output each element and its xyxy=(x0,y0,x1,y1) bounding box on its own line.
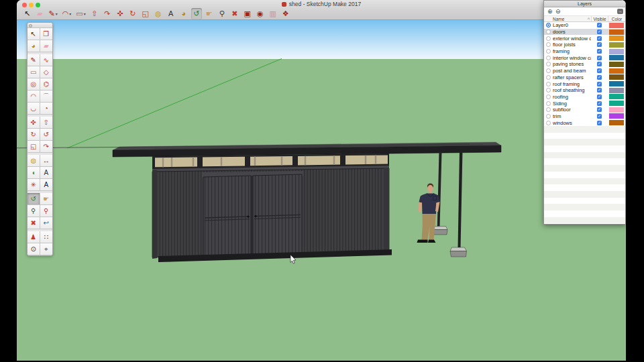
look-around-tool[interactable]: ⊙ xyxy=(28,243,40,255)
pan-button[interactable]: ☛ xyxy=(204,8,215,19)
arc-dropdown-caret-icon[interactable]: ▾ xyxy=(69,11,71,16)
layer-visible-checkbox[interactable]: ✓ xyxy=(597,101,602,106)
layer-color-swatch[interactable] xyxy=(609,23,624,28)
column-header-visible[interactable]: Visible xyxy=(591,16,608,21)
section-plane-tool[interactable]: ⌖ xyxy=(40,243,53,255)
text-button[interactable]: A xyxy=(166,8,176,19)
layer-row[interactable]: roofing✓ xyxy=(544,94,625,101)
layer-active-radio[interactable] xyxy=(546,82,551,86)
3d-warehouse-button[interactable]: ▣ xyxy=(242,8,253,19)
layer-row[interactable]: framing✓ xyxy=(544,48,625,55)
layer-active-radio[interactable] xyxy=(546,68,551,73)
zoom-previous-tool[interactable]: ↩ xyxy=(40,217,53,229)
pie-tool[interactable]: ◔ xyxy=(40,103,53,115)
layer-row[interactable]: roof sheathing✓ xyxy=(544,87,625,94)
rotate-button[interactable]: ↻ xyxy=(127,8,138,19)
panel-detach-icon[interactable]: → xyxy=(617,9,623,14)
zoom-tool[interactable]: ⚲ xyxy=(28,205,40,217)
line-dropdown-caret-icon[interactable]: ▾ xyxy=(56,11,58,16)
orbit-tool[interactable]: ↺ xyxy=(28,193,40,205)
layer-visible-checkbox[interactable]: ✓ xyxy=(597,107,602,112)
layer-row[interactable]: Layer0✓ xyxy=(544,22,625,29)
layer-visible-checkbox[interactable]: ✓ xyxy=(597,95,602,99)
tape-measure-tool[interactable]: ◍ xyxy=(28,155,40,167)
zoom-window-button[interactable] xyxy=(36,3,40,7)
extension-warehouse-button[interactable]: ❖ xyxy=(280,8,291,19)
offset-tool[interactable]: ↷ xyxy=(40,141,53,153)
layers-panel-titlebar[interactable]: Layers xyxy=(544,1,625,7)
layer-visible-checkbox[interactable]: ✓ xyxy=(597,23,602,27)
add-layer-button[interactable]: ⊕ xyxy=(547,8,553,15)
layer-color-swatch[interactable] xyxy=(609,81,624,86)
dimension-tool[interactable]: ↔ xyxy=(40,155,53,167)
layer-row[interactable]: trim✓ xyxy=(544,113,625,120)
rectangle-dropdown-caret-icon[interactable]: ▾ xyxy=(84,11,86,16)
layer-row[interactable]: exterior window ca✓ xyxy=(544,35,625,42)
zoom-button[interactable]: ⚲ xyxy=(217,8,227,19)
double-doors[interactable] xyxy=(202,171,303,257)
layer-active-radio[interactable] xyxy=(546,101,551,106)
layer-color-swatch[interactable] xyxy=(609,29,624,35)
layer-color-swatch[interactable] xyxy=(609,42,624,48)
orbit-button[interactable]: ↺ xyxy=(191,8,202,19)
layer-color-swatch[interactable] xyxy=(609,74,624,80)
scene-svg[interactable] xyxy=(17,20,626,361)
make-component-tool[interactable]: ❒ xyxy=(40,28,53,40)
layer-active-radio[interactable] xyxy=(546,121,551,125)
eraser-tool[interactable]: ▰ xyxy=(40,40,53,52)
tape-measure-button[interactable]: ◍ xyxy=(153,8,164,19)
layer-active-radio[interactable] xyxy=(546,49,551,54)
layer-color-swatch[interactable] xyxy=(609,88,624,93)
arc-button[interactable]: ◠▾ xyxy=(61,8,73,19)
layer-active-radio[interactable] xyxy=(546,107,551,112)
close-window-button[interactable] xyxy=(22,3,27,7)
follow-me-tool[interactable]: ↺ xyxy=(40,129,53,141)
layer-visible-checkbox[interactable]: ✓ xyxy=(597,29,602,34)
line-tool[interactable]: ✎ xyxy=(28,54,40,66)
line-button[interactable]: ✎▾ xyxy=(48,8,59,19)
palette-header[interactable] xyxy=(28,23,52,28)
eraser-button[interactable]: ▰ xyxy=(35,8,46,19)
offset-button[interactable]: ↷ xyxy=(102,8,113,19)
layer-active-radio[interactable] xyxy=(546,29,551,34)
layer-row[interactable]: roof framing✓ xyxy=(544,80,625,87)
layer-visible-checkbox[interactable]: ✓ xyxy=(597,82,602,86)
layer-active-radio[interactable] xyxy=(546,56,551,60)
layer-color-swatch[interactable] xyxy=(609,55,624,60)
3d-text-tool[interactable]: A xyxy=(40,179,53,191)
door-handle-right[interactable] xyxy=(254,215,256,217)
freehand-tool[interactable]: ∿ xyxy=(40,54,53,66)
column-header-color[interactable]: Color xyxy=(608,16,625,21)
layer-color-swatch[interactable] xyxy=(609,94,624,99)
model-viewport[interactable] xyxy=(17,20,626,361)
door-handle-left[interactable] xyxy=(247,215,249,217)
layer-color-swatch[interactable] xyxy=(609,101,624,106)
zoom-window-tool[interactable]: ⚲ xyxy=(40,205,53,217)
layer-active-radio[interactable] xyxy=(546,42,551,47)
layer-active-radio[interactable] xyxy=(546,75,551,80)
layer-color-swatch[interactable] xyxy=(609,49,624,54)
three-point-arc-tool[interactable]: ◡ xyxy=(28,103,40,115)
layer-visible-checkbox[interactable]: ✓ xyxy=(597,88,602,93)
palette-close-button[interactable] xyxy=(29,24,32,27)
layer-row[interactable]: rafter spacers✓ xyxy=(544,74,625,81)
position-camera-tool[interactable]: ♟ xyxy=(28,231,40,243)
scale-tool[interactable]: ◱ xyxy=(28,141,40,153)
layer-color-swatch[interactable] xyxy=(609,36,624,41)
rotate-tool[interactable]: ↻ xyxy=(28,129,40,141)
zoom-extents-tool[interactable]: ✖ xyxy=(28,217,40,229)
pan-tool[interactable]: ☛ xyxy=(40,193,53,205)
zoom-extents-button[interactable]: ✖ xyxy=(229,8,240,19)
minimize-window-button[interactable] xyxy=(29,3,34,7)
layer-active-radio[interactable] xyxy=(546,114,551,119)
arc-tool[interactable]: ◠ xyxy=(28,90,40,103)
select-button[interactable]: ↖ xyxy=(22,8,33,19)
layer-row[interactable]: post and beam✓ xyxy=(544,68,625,74)
layer-visible-checkbox[interactable]: ✓ xyxy=(597,75,602,80)
layer-visible-checkbox[interactable]: ✓ xyxy=(597,121,602,125)
protractor-tool[interactable]: ◖ xyxy=(28,167,40,179)
rectangle-button[interactable]: ▭▾ xyxy=(74,8,87,19)
push-pull-button[interactable]: ⇧ xyxy=(89,8,100,19)
layer-color-swatch[interactable] xyxy=(609,62,624,67)
polygon-tool[interactable]: ⌬ xyxy=(40,78,53,90)
